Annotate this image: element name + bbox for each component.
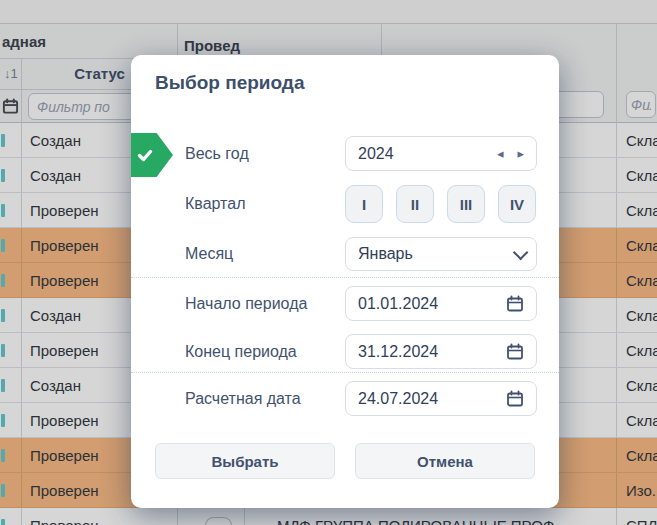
- quarter-1-button[interactable]: I: [345, 185, 383, 223]
- quarter-2-button[interactable]: II: [396, 185, 434, 223]
- dialog-actions: Выбрать Отмена: [131, 443, 559, 479]
- cancel-button[interactable]: Отмена: [355, 443, 535, 479]
- calc-date-row: Расчетная дата 24.07.2024: [131, 381, 559, 416]
- period-start-input[interactable]: 01.01.2024: [345, 286, 537, 321]
- period-start-label: Начало периода: [185, 286, 307, 321]
- calendar-icon[interactable]: [506, 295, 524, 313]
- divider: [131, 372, 559, 373]
- year-label: Весь год: [185, 136, 249, 171]
- divider: [131, 277, 559, 278]
- period-end-label: Конец периода: [185, 334, 297, 369]
- period-end-row: Конец периода 31.12.2024: [131, 334, 559, 369]
- year-value: 2024: [358, 145, 394, 163]
- chevron-down-icon: [513, 244, 529, 260]
- period-end-value: 31.12.2024: [358, 343, 438, 361]
- period-end-input[interactable]: 31.12.2024: [345, 334, 537, 369]
- month-select[interactable]: Январь: [345, 237, 537, 271]
- calendar-icon[interactable]: [506, 343, 524, 361]
- period-start-row: Начало периода 01.01.2024: [131, 286, 559, 321]
- dialog-title: Выбор периода: [155, 72, 305, 94]
- year-stepper[interactable]: 2024 ◂ ▸: [345, 136, 537, 171]
- quarter-label: Квартал: [185, 185, 245, 223]
- quarter-row: Квартал I II III IV: [131, 185, 559, 223]
- year-next-button[interactable]: ▸: [517, 147, 524, 160]
- calendar-icon[interactable]: [506, 390, 524, 408]
- period-start-value: 01.01.2024: [358, 295, 438, 313]
- calc-date-label: Расчетная дата: [185, 381, 301, 416]
- month-value: Январь: [358, 245, 413, 263]
- year-row: Весь год 2024 ◂ ▸: [131, 136, 559, 171]
- month-label: Месяц: [185, 237, 233, 271]
- quarter-4-button[interactable]: IV: [498, 185, 536, 223]
- year-prev-button[interactable]: ◂: [497, 147, 504, 160]
- month-row: Месяц Январь: [131, 237, 559, 271]
- select-button[interactable]: Выбрать: [155, 443, 335, 479]
- quarter-3-button[interactable]: III: [447, 185, 485, 223]
- calc-date-input[interactable]: 24.07.2024: [345, 381, 537, 416]
- calc-date-value: 24.07.2024: [358, 390, 438, 408]
- period-select-dialog: Выбор периода Весь год 2024 ◂ ▸ Квартал …: [131, 55, 559, 508]
- app-window: адная Провед ↓1 Статус Созд: [0, 0, 657, 525]
